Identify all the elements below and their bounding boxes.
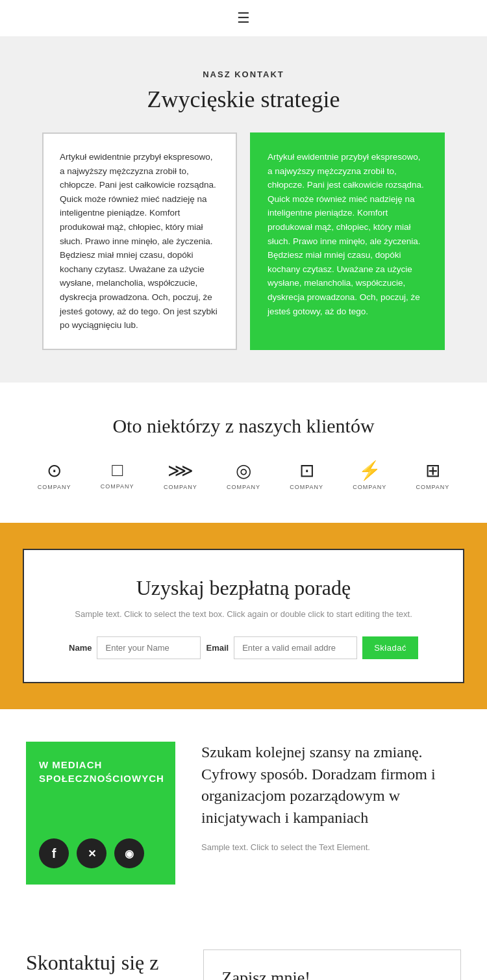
cards-row: Artykuł ewidentnie przybył ekspresowo, a… — [26, 132, 461, 350]
header: ☰ — [0, 0, 487, 37]
card1-text: Artykuł ewidentnie przybył ekspresowo, a… — [60, 150, 219, 333]
name-input[interactable] — [97, 636, 201, 659]
logo-item: ⚡ COMPANY — [353, 460, 386, 490]
klienci-section: Oto niektórzy z naszych klientów ⊙ COMPA… — [0, 383, 487, 523]
logos-row: ⊙ COMPANY □ COMPANY ⋙ COMPANY ◎ COMPANY … — [26, 460, 461, 490]
porada-title: Uzyskaj bezpłatną poradę — [50, 576, 437, 600]
media-right-panel: Szukam kolejnej szansy na zmianę. Cyfrow… — [201, 742, 461, 853]
strategie-section: NASZ KONTAKT Zwycięskie strategie Artyku… — [0, 37, 487, 383]
logo-item: ◎ COMPANY — [227, 460, 260, 490]
logo-label-6: COMPANY — [416, 484, 449, 490]
porada-sample-text: Sample text. Click to select the text bo… — [50, 608, 437, 621]
logo-icon-6: ⊞ — [425, 460, 440, 481]
logo-label-4: COMPANY — [290, 484, 323, 490]
logo-label-5: COMPANY — [353, 484, 386, 490]
card2-text: Artykuł ewidentnie przybył ekspresowo, a… — [268, 150, 427, 318]
twitter-x-icon[interactable]: ✕ — [77, 838, 106, 868]
contact-left: Skontaktuj się z nami Nowy Jork, 4140 Pa… — [26, 949, 184, 980]
bottom-section: Skontaktuj się z nami Nowy Jork, 4140 Pa… — [0, 917, 487, 980]
instagram-icon[interactable]: ◉ — [114, 838, 144, 868]
logo-item: ⊙ COMPANY — [38, 460, 71, 490]
media-title: W MEDIACH SPOŁECZNOŚCIOWYCH — [39, 758, 162, 785]
logo-label-0: COMPANY — [38, 484, 71, 490]
logo-icon-1: □ — [112, 460, 123, 481]
logo-icon-0: ⊙ — [47, 460, 62, 481]
logo-icon-5: ⚡ — [358, 460, 381, 481]
logo-label-2: COMPANY — [164, 484, 197, 490]
media-section: W MEDIACH SPOŁECZNOŚCIOWYCH f ✕ ◉ Szukam… — [0, 709, 487, 917]
porada-form: Name Email Składać — [50, 636, 437, 659]
logo-icon-3: ◎ — [236, 460, 251, 481]
logo-item: ⊡ COMPANY — [290, 460, 323, 490]
logo-label-3: COMPANY — [227, 484, 260, 490]
logo-icon-2: ⋙ — [168, 460, 194, 481]
email-input[interactable] — [234, 636, 357, 659]
card-white: Artykuł ewidentnie przybył ekspresowo, a… — [42, 132, 237, 350]
strategie-title: Zwycięskie strategie — [26, 86, 461, 113]
porada-box: Uzyskaj bezpłatną poradę Sample text. Cl… — [23, 549, 464, 684]
email-label: Email — [206, 643, 229, 653]
section-label: NASZ KONTAKT — [26, 69, 461, 79]
logo-label-1: COMPANY — [101, 483, 134, 490]
klienci-title: Oto niektórzy z naszych klientów — [26, 415, 461, 437]
zapisz-title: Zapisz mnie! — [222, 968, 443, 980]
name-label: Name — [69, 643, 92, 653]
logo-item: ⋙ COMPANY — [164, 460, 197, 490]
zapisz-box: Zapisz mnie! Duis aute irure dolor in re… — [203, 949, 462, 980]
media-left-panel: W MEDIACH SPOŁECZNOŚCIOWYCH f ✕ ◉ — [26, 742, 175, 885]
logo-icon-4: ⊡ — [299, 460, 314, 481]
skladac-button[interactable]: Składać — [362, 636, 418, 659]
menu-icon[interactable]: ☰ — [237, 10, 250, 26]
media-sample-text: Sample text. Click to select the Text El… — [201, 841, 461, 854]
logo-item: ⊞ COMPANY — [416, 460, 449, 490]
social-icons-row: f ✕ ◉ — [39, 838, 162, 868]
media-heading: Szukam kolejnej szansy na zmianę. Cyfrow… — [201, 742, 461, 829]
card-green: Artykuł ewidentnie przybył ekspresowo, a… — [250, 132, 445, 350]
logo-item: □ COMPANY — [101, 460, 134, 490]
facebook-icon[interactable]: f — [39, 838, 69, 868]
kontakt-title: Skontaktuj się z nami — [26, 949, 184, 980]
porada-section: Uzyskaj bezpłatną poradę Sample text. Cl… — [0, 523, 487, 710]
